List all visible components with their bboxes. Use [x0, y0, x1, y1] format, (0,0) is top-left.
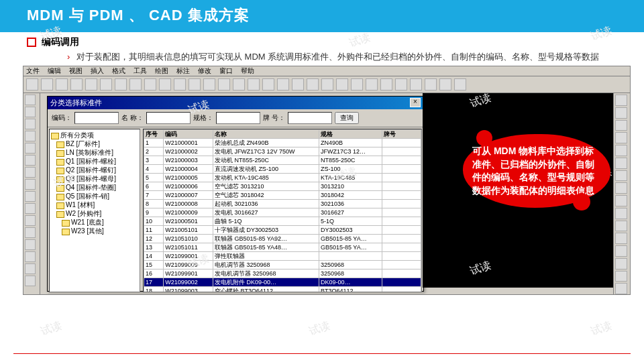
- tool-button[interactable]: [615, 145, 627, 156]
- tool-button[interactable]: [615, 245, 627, 257]
- menu-item[interactable]: 帮助: [241, 66, 254, 76]
- table-row[interactable]: 11W21005101十字轴器成 DY3002503DY3002503: [144, 226, 421, 235]
- table-row[interactable]: 10W21000501曲轴 5-1Q5-1Q: [144, 217, 421, 226]
- name-input[interactable]: [146, 112, 191, 124]
- toolbar-button[interactable]: [159, 78, 171, 90]
- table-row[interactable]: 9W21000009发电机 30166273016627: [144, 208, 421, 217]
- toolbar-button[interactable]: [351, 78, 363, 90]
- tool-button[interactable]: [25, 155, 36, 166]
- tool-button[interactable]: [615, 95, 627, 106]
- menu-item[interactable]: 工具: [133, 66, 147, 76]
- column-header[interactable]: 序号: [144, 130, 164, 139]
- toolbar-button[interactable]: [218, 78, 230, 90]
- menu-item[interactable]: 视图: [69, 66, 83, 76]
- tool-button[interactable]: [25, 107, 36, 117]
- column-header[interactable]: 名称: [213, 130, 319, 139]
- tool-button[interactable]: [25, 239, 36, 250]
- tree-node[interactable]: Q2 [国标件-螺钉]: [51, 166, 138, 174]
- tool-button[interactable]: [25, 251, 36, 262]
- menu-item[interactable]: 窗口: [219, 66, 233, 76]
- toolbar-button[interactable]: [41, 78, 53, 90]
- toolbar-button[interactable]: [129, 78, 142, 90]
- close-icon[interactable]: ×: [410, 98, 421, 107]
- toolbar-button[interactable]: [70, 78, 83, 90]
- toolbar-button[interactable]: [425, 78, 437, 90]
- tool-button[interactable]: [25, 131, 36, 141]
- tool-button[interactable]: [615, 208, 627, 219]
- tool-button[interactable]: [25, 191, 36, 202]
- tool-button[interactable]: [615, 283, 627, 294]
- tool-button[interactable]: [25, 227, 36, 238]
- toolbar-button[interactable]: [100, 78, 112, 90]
- tool-button[interactable]: [615, 120, 627, 131]
- tool-button[interactable]: [615, 195, 627, 206]
- toolbar-button[interactable]: [144, 78, 156, 90]
- tree-node[interactable]: Q5 [国标件-销]: [51, 192, 138, 200]
- tool-button[interactable]: [615, 158, 627, 169]
- tool-button[interactable]: [25, 167, 36, 178]
- tree-node[interactable]: W2 [外购件]: [51, 209, 138, 218]
- tool-button[interactable]: [25, 263, 36, 274]
- tool-button[interactable]: [25, 95, 36, 105]
- menu-item[interactable]: 绘图: [155, 66, 168, 76]
- toolbar-button[interactable]: [395, 78, 407, 90]
- menu-item[interactable]: 文件: [26, 66, 40, 76]
- toolbar-button[interactable]: [380, 78, 392, 90]
- tool-button[interactable]: [25, 179, 36, 190]
- table-row[interactable]: 6W21000006空气滤芯 30132103013210: [144, 182, 421, 191]
- table-row[interactable]: 8W21000008起动机 30210363021036: [144, 200, 421, 208]
- tree-node[interactable]: W21 [底盘]: [51, 218, 138, 227]
- tool-button[interactable]: [615, 271, 627, 282]
- menu-item[interactable]: 标注: [176, 66, 190, 76]
- menu-item[interactable]: 格式: [112, 66, 125, 76]
- table-row[interactable]: 2W21000002发电机 JFWZ17C3 12V 750WJFWZ17C3 …: [144, 147, 421, 156]
- toolbar-button[interactable]: [174, 78, 186, 90]
- tool-button[interactable]: [25, 119, 36, 129]
- results-grid[interactable]: 序号编码名称规格牌号1W21000001柴油机总成 ZN490BZN490B2W…: [143, 129, 422, 292]
- tree-node[interactable]: Q1 [国标件-螺栓]: [51, 157, 138, 166]
- table-row[interactable]: 1W21000001柴油机总成 ZN490BZN490B: [144, 139, 421, 147]
- tree-node[interactable]: Q3 [国标件-螺母]: [51, 174, 138, 183]
- toolbar-button[interactable]: [189, 78, 201, 90]
- menu-item[interactable]: 编辑: [48, 66, 61, 76]
- code-input[interactable]: [74, 112, 119, 124]
- toolbar-button[interactable]: [336, 78, 348, 90]
- tool-button[interactable]: [615, 132, 627, 143]
- tree-node[interactable]: W23 [其他]: [51, 227, 138, 235]
- table-row[interactable]: 17W21099002发电机附件 DK09-00…DK09-00…: [144, 278, 421, 287]
- toolbar-button[interactable]: [248, 78, 260, 90]
- toolbar-button[interactable]: [366, 78, 378, 90]
- tool-button[interactable]: [615, 170, 627, 182]
- table-row[interactable]: 7W21000007空气滤芯 30180423018042: [144, 191, 421, 200]
- brand-input[interactable]: [288, 112, 332, 124]
- tool-button[interactable]: [615, 258, 627, 269]
- search-button[interactable]: 查询: [335, 112, 359, 124]
- tool-button[interactable]: [615, 107, 627, 119]
- tool-button[interactable]: [615, 233, 627, 244]
- tool-button[interactable]: [25, 276, 36, 286]
- toolbar-button[interactable]: [292, 78, 304, 90]
- menu-item[interactable]: 插入: [91, 66, 104, 76]
- toolbar-button[interactable]: [439, 78, 451, 90]
- toolbar-button[interactable]: [277, 78, 289, 90]
- tree-node[interactable]: LN [英制标准件]: [51, 148, 138, 157]
- toolbar-button[interactable]: [203, 78, 215, 90]
- toolbar-button[interactable]: [26, 78, 38, 90]
- tree-node[interactable]: BZ [厂标件]: [51, 139, 138, 148]
- tool-button[interactable]: [25, 215, 36, 226]
- toolbar-button[interactable]: [410, 78, 422, 90]
- toolbar-button[interactable]: [233, 78, 245, 90]
- toolbar-button[interactable]: [56, 78, 68, 90]
- table-row[interactable]: 4W21000004直流调速发动机 ZS-100ZS-100: [144, 165, 421, 174]
- dialog-titlebar[interactable]: 分类选择标准件 ×: [48, 97, 423, 109]
- toolbar-button[interactable]: [454, 78, 466, 90]
- toolbar-button[interactable]: [85, 78, 97, 90]
- column-header[interactable]: 牌号: [382, 130, 421, 139]
- column-header[interactable]: 规格: [319, 130, 382, 139]
- tool-button[interactable]: [615, 221, 627, 232]
- table-row[interactable]: 12W21051010联轴器 GB5015-85 YA92…GB5015-85 …: [144, 235, 421, 243]
- table-row[interactable]: 5W21000005发动机 KTA-19C485KTA-19C485: [144, 174, 421, 182]
- table-row[interactable]: 18W21099003空心螺栓 BT3Q64112BT3Q64112: [144, 287, 421, 293]
- category-tree[interactable]: 所有分类项BZ [厂标件]LN [英制标准件]Q1 [国标件-螺栓]Q2 [国标…: [49, 129, 140, 292]
- toolbar-button[interactable]: [262, 78, 274, 90]
